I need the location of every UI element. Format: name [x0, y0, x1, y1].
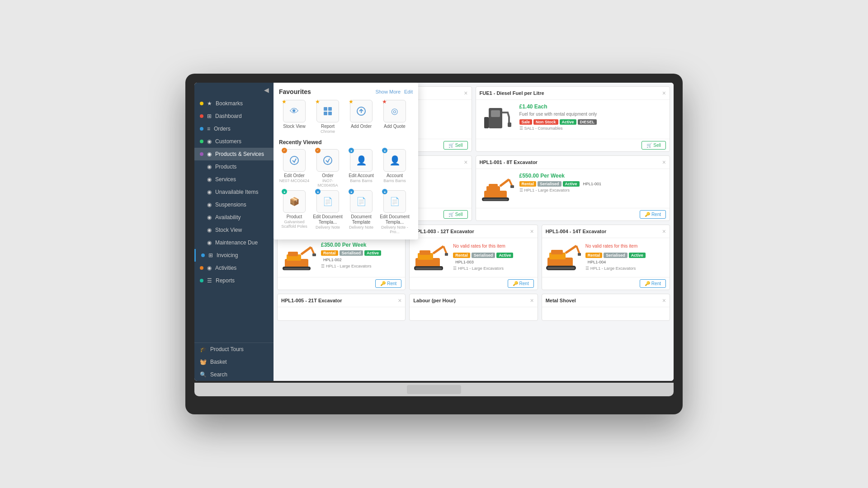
- svg-rect-39: [415, 267, 442, 270]
- category-icon-hpl1-002: ☰: [321, 264, 325, 268]
- svg-rect-34: [312, 253, 316, 256]
- sidebar-item-orders[interactable]: ≡ Orders: [194, 122, 274, 135]
- delete-btn-hpl1-003[interactable]: ×: [530, 228, 533, 235]
- product-badge: ●: [282, 189, 287, 194]
- show-more-link[interactable]: Show More: [375, 89, 401, 94]
- svg-rect-13: [491, 110, 500, 117]
- product-footer-hpl1-003: 🔑 Rent: [410, 277, 537, 290]
- delete-btn-hpl1-004[interactable]: ×: [662, 228, 666, 235]
- edit-account-icon: 👤: [356, 155, 367, 166]
- delete-btn-labour[interactable]: ×: [530, 297, 533, 304]
- product-card-body-fue1: £1.40 Each Fuel for use with rental equi…: [476, 100, 670, 139]
- recent-sub-edit-order: NE07-MCO0424: [279, 178, 310, 183]
- svg-rect-3: [328, 112, 332, 115]
- fav-item-add-quote[interactable]: ★ ◎ Add Quote: [379, 100, 410, 134]
- tag-code-hpl1-004: HPL1-004: [585, 259, 609, 265]
- sidebar-bottom: 🎓 Product Tours 🧺 Basket 🔍 Search: [194, 343, 274, 381]
- sidebar-item-availability[interactable]: ◉ Availability: [194, 211, 274, 224]
- sidebar-item-bookmarks[interactable]: ★ Bookmarks: [194, 97, 274, 110]
- sidebar-item-stock-view[interactable]: ◉ Stock View: [194, 224, 274, 236]
- sell-btn-ear-defenders[interactable]: 🛒 Sell: [443, 141, 468, 150]
- fav-item-stock-view[interactable]: ★ 👁 Stock View: [279, 100, 310, 134]
- sidebar-icon-products: ◉: [207, 164, 212, 170]
- recent-item-edit-order[interactable]: ✓ Edit Order NE07-MCO0424: [279, 149, 310, 188]
- product-title-hpl1-005: HPL1-005 - 21T Excavator: [281, 298, 342, 303]
- edit-link[interactable]: Edit: [404, 89, 413, 94]
- sell-btn-fue1[interactable]: 🛒 Sell: [642, 141, 666, 150]
- tag-rental-hpl1-002: Rental: [321, 250, 338, 256]
- sidebar-collapse-btn[interactable]: ◀: [194, 83, 274, 97]
- delete-btn-hi-vis[interactable]: ×: [464, 159, 467, 166]
- dropdown-title: Favourites: [279, 88, 311, 95]
- fuel-pump-svg: [480, 103, 516, 135]
- edit-doc1-badge: ●: [315, 189, 321, 194]
- product-tags-fue1: Sale Non Stock Active DIESEL: [519, 119, 666, 125]
- delete-btn-hpl1-001[interactable]: ×: [662, 159, 666, 166]
- fav-item-add-order[interactable]: ★ Add Order: [346, 100, 377, 134]
- product-footer-hpl1-004: 🔑 Rent: [542, 277, 670, 290]
- rent-btn-hpl1-003[interactable]: 🔑 Rent: [508, 279, 534, 288]
- product-title-hpl1-003: HPL1-003 - 12T Excavator: [413, 229, 474, 234]
- recent-item-edit-doc1[interactable]: ● 📄 Edit Document Templa... Delivery Not…: [312, 190, 343, 234]
- excavator-8t-svg: [480, 173, 516, 204]
- tag-active-hpl1-004: Active: [629, 253, 646, 258]
- delete-btn-metal-shovel[interactable]: ×: [662, 297, 666, 304]
- delete-btn-ear-defenders[interactable]: ×: [464, 89, 467, 97]
- delete-btn-hpl1-005[interactable]: ×: [398, 297, 401, 304]
- sidebar-item-product-tours[interactable]: 🎓 Product Tours: [194, 343, 274, 356]
- sidebar-item-products-services[interactable]: ◉ Products & Services: [194, 148, 274, 160]
- sidebar-item-products[interactable]: ◉ Products: [194, 160, 274, 173]
- tag-active-hpl1-003: Active: [496, 253, 513, 258]
- recent-item-doc-template[interactable]: ● 📄 Document Template Delivery Note: [346, 190, 377, 234]
- sidebar-item-services[interactable]: ◉ Services: [194, 173, 274, 186]
- sidebar-item-basket[interactable]: 🧺 Basket: [194, 356, 274, 368]
- svg-line-33: [311, 247, 314, 254]
- edit-doc2-badge: ●: [382, 189, 387, 194]
- sidebar-item-unavailable[interactable]: ◉ Unavailable Items: [194, 186, 274, 198]
- rent-btn-hpl1-004[interactable]: 🔑 Rent: [640, 279, 666, 288]
- product-img-hpl1-002: [281, 242, 317, 273]
- tag-active-fue1: Active: [560, 119, 576, 125]
- product-card-body-labour: [410, 307, 537, 320]
- sidebar-item-dashboard[interactable]: ⊞ Dashboard: [194, 110, 274, 122]
- sidebar-item-customers[interactable]: ◉ Customers: [194, 135, 274, 148]
- recent-item-order[interactable]: ✓ Order INO7-MC00405A: [312, 149, 343, 188]
- dropdown-header: Favourites Show More Edit: [279, 88, 413, 95]
- sidebar-item-suspensions[interactable]: ◉ Suspensions: [194, 198, 274, 211]
- sell-icon-hi-vis: 🛒: [448, 212, 454, 217]
- sidebar-item-maintenance[interactable]: ◉ Maintenance Due: [194, 236, 274, 249]
- product-card-labour: Labour (per Hour) ×: [409, 294, 538, 321]
- rent-btn-hpl1-002[interactable]: 🔑 Rent: [375, 279, 401, 288]
- rent-btn-hpl1-001[interactable]: 🔑 Rent: [640, 210, 666, 219]
- tag-sale-fue1: Sale: [519, 119, 533, 125]
- recent-label-doc-template: Document Template: [346, 214, 377, 225]
- product-card-hpl1-005: HPL1-005 - 21T Excavator ×: [277, 294, 406, 321]
- fav-item-report[interactable]: ★ Report Chrome: [312, 100, 343, 134]
- sidebar-item-reports[interactable]: ☰ Reports: [194, 274, 274, 287]
- orders-color-dot: [200, 127, 203, 131]
- recently-viewed-grid: ✓ Edit Order NE07-MCO0424 ✓: [279, 149, 413, 234]
- sidebar-icon-maintenance: ◉: [207, 239, 212, 246]
- sidebar-item-search[interactable]: 🔍 Search: [194, 368, 274, 381]
- svg-rect-31: [284, 268, 309, 270]
- recent-item-edit-doc2[interactable]: ● 📄 Edit Document Templa... Delivery Not…: [379, 190, 410, 234]
- product-tags-hpl1-004: Rental Serialised Active HPL1-004: [585, 253, 666, 265]
- recent-item-edit-account[interactable]: ● 👤 Edit Account Barns Barns: [346, 149, 377, 188]
- delete-btn-fue1[interactable]: ×: [662, 89, 666, 97]
- recent-item-account[interactable]: ● 👤 Account Barns Barns: [379, 149, 410, 188]
- account-badge: ●: [382, 148, 387, 153]
- search-icon: 🔍: [200, 371, 207, 378]
- sidebar-label-invoicing: Invoicing: [217, 252, 238, 258]
- recent-item-product[interactable]: ● 📦 Product Galvanised Scaffold Poles: [279, 190, 310, 234]
- product-footer-fue1: 🛒 Sell: [476, 139, 670, 151]
- sidebar-label-products-services: Products & Services: [215, 151, 264, 157]
- sidebar-item-activities[interactable]: ◉ Activities: [194, 262, 274, 274]
- svg-point-6: [290, 156, 298, 164]
- sidebar-item-invoicing[interactable]: ⊞ Invoicing: [194, 249, 274, 262]
- tag-active-hpl1-002: Active: [364, 250, 381, 256]
- product-price-hpl1-001: £550.00 Per Week: [519, 173, 666, 179]
- product-row-4: HPL1-005 - 21T Excavator × Labour (per H…: [277, 294, 670, 321]
- product-img-hpl1-001: [480, 173, 516, 204]
- product-info-hpl1-001: £550.00 Per Week Rental Serialised Activ…: [519, 173, 666, 204]
- sell-btn-hi-vis[interactable]: 🛒 Sell: [443, 210, 468, 219]
